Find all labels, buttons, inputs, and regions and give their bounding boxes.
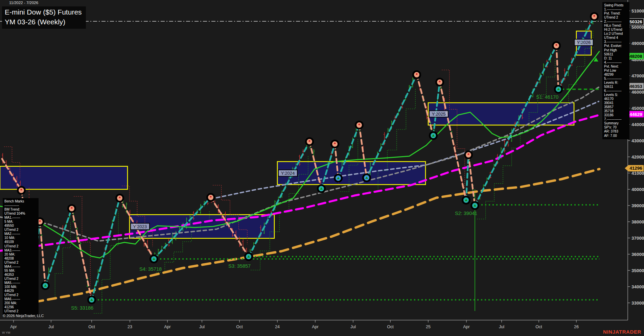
instrument-title: E-mini Dow ($5) Futures xyxy=(5,7,82,17)
price-axis-label: 44000 xyxy=(631,122,644,127)
time-axis-label: 25 xyxy=(426,325,431,329)
svg-text:46353: 46353 xyxy=(629,84,642,89)
price-axis-label: 35000 xyxy=(631,268,644,273)
contract-title: YM 03-26 (Weekly) xyxy=(5,17,82,27)
svg-text:Y:2024: Y:2024 xyxy=(281,171,295,176)
time-axis-label: Oct xyxy=(535,325,542,329)
time-axis-label: Apr xyxy=(312,325,318,329)
svg-text:50326: 50326 xyxy=(629,19,642,24)
svg-text:41296: 41296 xyxy=(629,166,642,171)
support-level-label: S2: 39041 xyxy=(455,211,477,216)
time-axis-label: Jul xyxy=(48,325,54,329)
time-axis-label: 24 xyxy=(275,325,280,329)
price-axis-label: 33000 xyxy=(631,301,644,306)
bench-marks-panel: Bench Marks ------------- BM Trend: UTre… xyxy=(3,198,39,315)
copyright-watermark: © 2026 NinjaTrader, LLC xyxy=(3,314,44,318)
swing-pivots-panel: Swing Pivots 1.------------- Pvt. Trend:… xyxy=(602,2,629,139)
price-axis-label: 37000 xyxy=(631,236,644,241)
time-axis-label: Apr xyxy=(164,325,170,329)
price-axis-label: 36000 xyxy=(631,252,644,257)
support-level-label: S5: 33186 xyxy=(71,305,93,311)
price-chart-canvas[interactable]: S1: 46170S2: 39041S3: 35857S4: 35718S5: … xyxy=(0,0,644,336)
svg-text:44629: 44629 xyxy=(629,112,642,117)
svg-text:Y:2026: Y:2026 xyxy=(577,40,591,45)
time-axis-label: Oct xyxy=(387,325,394,329)
time-axis-label: Jul xyxy=(499,325,504,329)
support-level-label: S3: 35857 xyxy=(228,263,251,269)
time-axis-label: Apr xyxy=(463,325,469,329)
time-axis-label: Jul xyxy=(199,325,205,329)
price-axis-label: 40000 xyxy=(631,187,644,192)
time-axis-label: 26 xyxy=(574,325,579,329)
chart-title-block: E-mini Dow ($5) Futures YM 03-26 (Weekly… xyxy=(2,6,86,29)
svg-text:Y:2025: Y:2025 xyxy=(432,112,446,117)
date-range-label: 11/2022 - 7/2026 xyxy=(9,1,38,5)
price-axis-label: 46000 xyxy=(631,90,644,95)
support-level-label: S1: 46170 xyxy=(536,94,558,100)
time-axis-label: Oct xyxy=(88,325,95,329)
price-axis-label: 47000 xyxy=(631,73,644,78)
price-axis-label: 50000 xyxy=(631,25,644,30)
price-axis-label: 39000 xyxy=(631,203,644,208)
support-level-label: S4: 35718 xyxy=(139,266,162,272)
svg-text:Y:2023: Y:2023 xyxy=(133,224,147,229)
price-axis-label: 34000 xyxy=(631,284,644,289)
time-axis-label: Jul xyxy=(350,325,356,329)
price-axis-label: 51000 xyxy=(631,8,644,14)
chart-window: S1: 46170S2: 39041S3: 35857S4: 35718S5: … xyxy=(0,0,644,336)
instrument-tag: W YM xyxy=(2,331,10,334)
time-axis-label: Oct xyxy=(236,325,243,329)
time-axis-label: 23 xyxy=(128,325,132,329)
price-axis-label: 38000 xyxy=(631,219,644,224)
ninjatrader-logo: NINJATRADER xyxy=(603,329,641,335)
time-axis-label: Apr xyxy=(10,325,17,329)
price-axis-label: 43000 xyxy=(631,138,644,143)
price-axis-label: 42000 xyxy=(631,154,644,160)
price-axis-label: 45000 xyxy=(631,106,644,111)
svg-text:48208: 48208 xyxy=(629,54,642,59)
price-axis-label: 49000 xyxy=(631,41,644,46)
